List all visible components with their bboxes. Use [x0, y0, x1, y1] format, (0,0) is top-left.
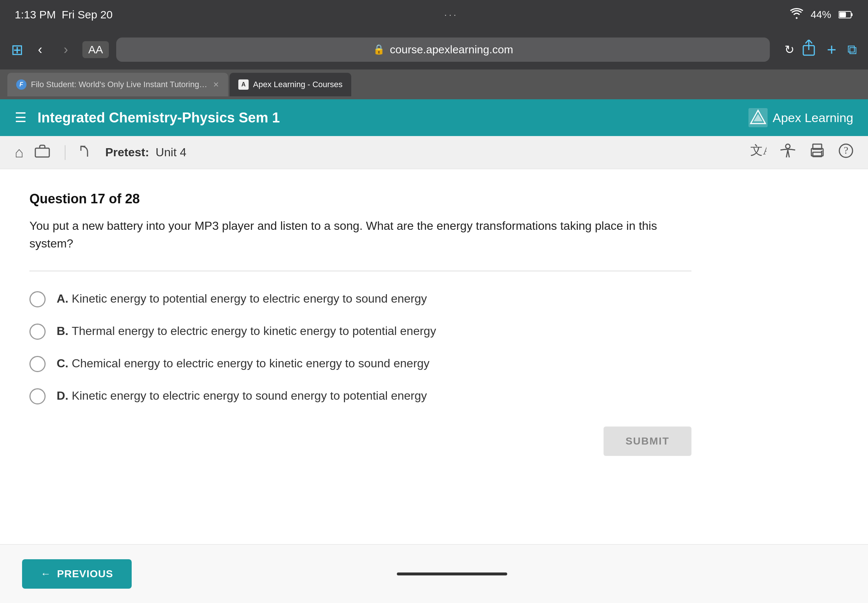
toolbar-divider	[65, 145, 65, 160]
tab-bar: F Filo Student: World's Only Live Instan…	[0, 70, 868, 99]
browser-chrome: ⊞ ‹ › AA 🔒 course.apexlearning.com ↻ + ⧉	[0, 29, 868, 70]
tool-bar: ⌂ Pretest: Unit 4 文A	[0, 136, 868, 169]
print-icon[interactable]	[809, 144, 825, 161]
status-dots: ···	[444, 9, 458, 20]
option-d[interactable]: D. Kinetic energy to electric energy to …	[29, 387, 692, 404]
submit-button[interactable]: SUBMIT	[603, 427, 692, 456]
options-list: A. Kinetic energy to potential energy to…	[29, 290, 692, 404]
battery-icon	[839, 10, 853, 19]
option-c[interactable]: C. Chemical energy to electric energy to…	[29, 354, 692, 372]
previous-button[interactable]: ← PREVIOUS	[22, 559, 132, 589]
filo-tab-icon: F	[16, 79, 26, 90]
svg-rect-1	[839, 12, 846, 17]
home-icon[interactable]: ⌂	[15, 144, 23, 161]
header-left: ☰ Integrated Chemistry-Physics Sem 1	[15, 110, 280, 126]
apex-logo-text: Apex Learning	[773, 111, 853, 125]
help-icon[interactable]: ?	[839, 144, 853, 161]
url-text: course.apexlearning.com	[390, 43, 513, 56]
svg-rect-7	[35, 148, 49, 157]
option-a[interactable]: A. Kinetic energy to potential energy to…	[29, 290, 692, 308]
question-number: Question 17 of 28	[29, 191, 839, 207]
font-size-button[interactable]: AA	[82, 41, 109, 58]
translate-icon[interactable]: 文A	[750, 144, 766, 161]
browser-actions: + ⧉	[802, 40, 857, 59]
question-text: You put a new battery into your MP3 play…	[29, 217, 692, 252]
svg-text:文A: 文A	[750, 144, 766, 157]
hamburger-icon[interactable]: ☰	[15, 110, 26, 125]
sidebar-toggle-icon[interactable]: ⊞	[11, 41, 23, 58]
course-title: Integrated Chemistry-Physics Sem 1	[37, 110, 280, 126]
status-left: 1:13 PM Fri Sep 20	[15, 8, 113, 21]
app-header: ☰ Integrated Chemistry-Physics Sem 1 Ape…	[0, 99, 868, 136]
tool-bar-right: 文A ?	[750, 144, 853, 161]
date: Fri Sep 20	[62, 8, 113, 21]
tab-filo[interactable]: F Filo Student: World's Only Live Instan…	[7, 73, 228, 96]
apex-tab-label: Apex Learning - Courses	[253, 80, 342, 89]
option-b[interactable]: B. Thermal energy to electric energy to …	[29, 322, 692, 340]
radio-b[interactable]	[29, 323, 46, 340]
tab-apex[interactable]: A Apex Learning - Courses	[229, 73, 351, 96]
back-button[interactable]: ‹	[31, 42, 49, 57]
briefcase-icon[interactable]	[34, 144, 50, 161]
refresh-button[interactable]: ↻	[784, 43, 794, 57]
option-d-text: D. Kinetic energy to electric energy to …	[57, 387, 427, 404]
pretest-label: Pretest: Unit 4	[105, 145, 186, 159]
submit-area: SUBMIT	[29, 427, 692, 456]
return-icon[interactable]	[80, 144, 94, 161]
svg-point-13	[821, 151, 822, 152]
option-c-text: C. Chemical energy to electric energy to…	[57, 354, 430, 372]
radio-c[interactable]	[29, 356, 46, 372]
wifi-icon	[790, 8, 803, 22]
svg-point-9	[786, 144, 790, 148]
radio-d[interactable]	[29, 388, 46, 404]
option-a-text: A. Kinetic energy to potential energy to…	[57, 290, 427, 308]
accessibility-icon[interactable]	[780, 144, 796, 161]
question-divider	[29, 271, 692, 271]
time: 1:13 PM	[15, 8, 56, 21]
status-right: 44%	[790, 8, 853, 22]
svg-text:?: ?	[844, 144, 848, 156]
lock-icon: 🔒	[373, 44, 385, 55]
filo-tab-label: Filo Student: World's Only Live Instant …	[31, 80, 209, 89]
apex-logo-icon	[749, 108, 767, 127]
battery-percent: 44%	[811, 9, 831, 20]
option-b-text: B. Thermal energy to electric energy to …	[57, 322, 436, 340]
status-bar: 1:13 PM Fri Sep 20 ··· 44%	[0, 0, 868, 29]
filo-tab-close[interactable]: ✕	[213, 80, 219, 89]
tabs-icon[interactable]: ⧉	[847, 42, 857, 57]
url-bar[interactable]: 🔒 course.apexlearning.com	[116, 37, 770, 62]
prev-label: PREVIOUS	[57, 568, 113, 580]
svg-rect-2	[851, 13, 853, 16]
bottom-area: ← PREVIOUS	[0, 544, 868, 603]
add-tab-icon[interactable]: +	[827, 40, 836, 59]
forward-button[interactable]: ›	[57, 42, 75, 57]
tool-bar-left: ⌂ Pretest: Unit 4	[15, 144, 186, 161]
apex-tab-icon: A	[238, 79, 249, 90]
prev-arrow-icon: ←	[40, 568, 51, 580]
apex-logo: Apex Learning	[749, 108, 853, 127]
radio-a[interactable]	[29, 291, 46, 308]
home-indicator	[397, 572, 507, 575]
main-content: Question 17 of 28 You put a new battery …	[0, 169, 868, 471]
share-icon[interactable]	[802, 40, 816, 59]
